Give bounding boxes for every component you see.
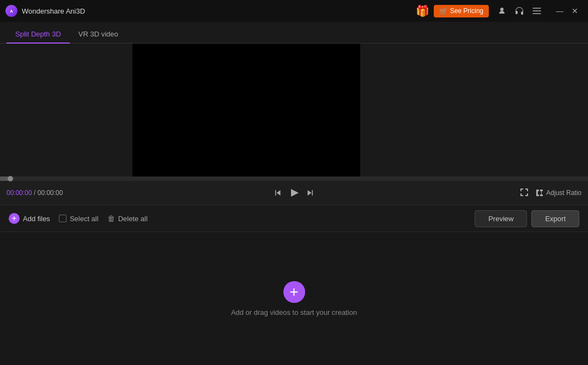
tabbar: Split Depth 3D VR 3D video [0, 22, 588, 44]
window-controls: — ✕ [552, 3, 583, 19]
tab-split-depth-3d[interactable]: Split Depth 3D [7, 26, 70, 44]
add-files-button[interactable]: + Add files [9, 213, 50, 224]
see-pricing-label: See Pricing [450, 7, 483, 15]
drop-area[interactable]: + Add or drag videos to start your creat… [0, 232, 588, 365]
time-display: 00:00:00 / 00:00:00 [7, 189, 63, 197]
see-pricing-button[interactable]: 🛒 See Pricing [434, 5, 489, 17]
playback-controls [67, 187, 520, 198]
trash-icon: 🗑 [107, 214, 115, 223]
titlebar: A Wondershare Ani3D 🎁 🛒 See Pricing — ✕ [0, 0, 588, 22]
minimize-button[interactable]: — [552, 3, 567, 19]
time-total: 00:00:00 [38, 189, 63, 197]
next-button[interactable] [306, 188, 314, 197]
fullscreen-button[interactable] [520, 188, 529, 198]
export-button[interactable]: Export [531, 210, 579, 227]
toolbar-left: + Add files Select all 🗑 Delete all [9, 213, 475, 224]
headset-icon[interactable] [513, 4, 526, 17]
time-separator: / [34, 189, 38, 197]
adjust-ratio-control[interactable]: Adjust Ratio [535, 188, 581, 197]
preview-button[interactable]: Preview [475, 210, 527, 227]
add-files-icon: + [9, 213, 20, 224]
drop-area-text: Add or drag videos to start your creatio… [231, 308, 357, 317]
select-all-label: Select all [70, 215, 99, 223]
preview-area [0, 44, 588, 177]
checkbox-icon [59, 215, 66, 222]
video-preview [132, 44, 360, 177]
left-panel [0, 44, 132, 177]
titlebar-right-group: 🎁 🛒 See Pricing — ✕ [416, 3, 583, 19]
adjust-ratio-icon [535, 188, 544, 197]
progress-fill [0, 177, 8, 181]
gift-icon[interactable]: 🎁 [416, 4, 429, 17]
cart-icon: 🛒 [439, 7, 448, 15]
time-current: 00:00:00 [7, 189, 32, 197]
prev-button[interactable] [273, 188, 282, 197]
adjust-ratio-label: Adjust Ratio [546, 189, 581, 197]
app-logo-icon: A [5, 5, 17, 17]
menu-icon[interactable] [530, 4, 543, 17]
right-panel [360, 44, 588, 177]
select-all-button[interactable]: Select all [59, 215, 99, 223]
app-title: Wondershare Ani3D [22, 7, 416, 15]
user-icon[interactable] [495, 4, 508, 17]
delete-all-label: Delete all [118, 215, 148, 223]
titlebar-icons [495, 4, 543, 17]
drop-plus-button[interactable]: + [283, 281, 305, 303]
tab-vr-3d-video[interactable]: VR 3D video [70, 26, 127, 44]
svg-text:A: A [10, 9, 13, 14]
file-toolbar: + Add files Select all 🗑 Delete all Prev… [0, 205, 588, 232]
seek-bar[interactable] [0, 177, 588, 181]
close-button[interactable]: ✕ [567, 3, 583, 19]
progress-track[interactable] [0, 177, 588, 181]
delete-all-button[interactable]: 🗑 Delete all [107, 214, 148, 223]
progress-thumb[interactable] [8, 176, 13, 181]
play-button[interactable] [288, 187, 299, 198]
controls-bar: 00:00:00 / 00:00:00 Adjust Ratio [0, 181, 588, 205]
main-content: 00:00:00 / 00:00:00 Adjust Ratio [0, 44, 588, 365]
add-files-label: Add files [23, 215, 50, 223]
toolbar-right: Preview Export [475, 210, 579, 227]
right-controls: Adjust Ratio [520, 188, 581, 198]
